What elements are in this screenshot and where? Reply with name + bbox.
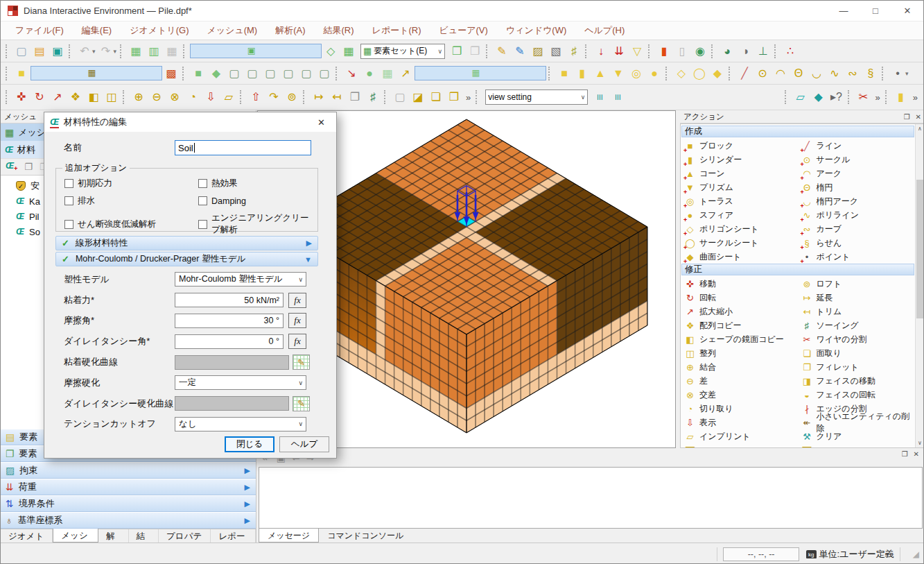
panel-float-icon[interactable]: ❐ [902, 450, 908, 458]
create-ellipse-button[interactable]: Θ [790, 65, 808, 83]
create-cone-button[interactable]: ▲ [591, 65, 609, 83]
view-sliders-button[interactable]: ≡ [591, 88, 609, 106]
add-material-button[interactable]: Œ [6, 162, 17, 172]
mesh-view-button[interactable]: ▦ [30, 66, 162, 80]
action-item-array-copy[interactable]: ❖配列コピー [681, 318, 798, 332]
align-button[interactable]: ◫ [103, 88, 121, 106]
shrink-elements-button[interactable]: ↘ [342, 65, 360, 83]
action-item-cylinder[interactable]: ▮シリンダー [681, 153, 798, 166]
toolbar-overflow-icon[interactable]: » [466, 92, 471, 103]
solid-white-button[interactable]: ▯ [673, 42, 691, 60]
menu-file[interactable]: ファイル(F) [6, 22, 73, 40]
edit-pile-button[interactable]: ▧ [547, 42, 565, 60]
action-item-sphere[interactable]: ●スフィア [681, 208, 798, 222]
scale-button[interactable]: ↗ [49, 88, 67, 106]
menu-geometry[interactable]: ジオメトリ(G) [121, 22, 198, 40]
action-item-line[interactable]: ╱ライン [798, 139, 915, 153]
sidebar-section-boundary-conditions[interactable]: ⇅境界条件▶ [1, 495, 256, 512]
expand-right-icon[interactable]: ▶ [306, 239, 312, 248]
array-copy-button[interactable]: ❖ [67, 88, 85, 106]
create-cylinder-button[interactable]: ▮ [573, 65, 591, 83]
action-item-block[interactable]: ■ブロック [681, 139, 798, 153]
combo-arrow-icon[interactable]: ∨ [437, 48, 442, 55]
menu-analysis[interactable]: 解析(A) [266, 22, 314, 40]
action-item-surface-sheet[interactable]: ◆曲面シート [681, 250, 798, 264]
scroll-up-icon[interactable]: ∧ [918, 124, 922, 133]
tab-command-console[interactable]: コマンドコンソール [319, 529, 412, 542]
sidebar-section-reference-coordinate-system[interactable]: ♁基準座標系▶ [1, 512, 256, 529]
tab-properties[interactable]: プロパティ [159, 529, 211, 542]
cylinder-tool-button[interactable]: ▮ [892, 88, 910, 106]
cohesion-input[interactable]: 50 kN/m² [175, 293, 284, 307]
collapse-down-icon[interactable]: ▼ [304, 255, 312, 264]
menu-results[interactable]: 結果(R) [315, 22, 363, 40]
action-item-subtract[interactable]: ⊖差 [681, 374, 798, 388]
create-polyline-button[interactable]: ∿ [826, 65, 844, 83]
tab-report[interactable]: レポート [211, 529, 256, 542]
element-shape-button[interactable]: ◆ [207, 65, 225, 83]
context-help-cursor-button[interactable]: ▸? [828, 88, 846, 106]
menu-viewer[interactable]: ビューア(V) [430, 22, 497, 40]
panel-close-icon[interactable]: ✕ [914, 450, 919, 458]
create-ellipse-arc-button[interactable]: ◡ [808, 65, 826, 83]
ground-support-button[interactable]: ⊥ [754, 42, 772, 60]
action-item-chamfer[interactable]: ❏面取り [798, 346, 915, 360]
expand-right-icon[interactable]: ▶ [245, 483, 250, 492]
help-button[interactable]: ヘルプ [279, 436, 329, 452]
save-project-button[interactable]: ▣ [49, 42, 67, 60]
trim-button[interactable]: ↤ [328, 88, 346, 106]
wireframe-2-button[interactable]: ▢ [243, 65, 261, 83]
expand-right-icon[interactable]: ▶ [245, 499, 250, 509]
friction-hardening-select[interactable]: 一定∨ [175, 375, 306, 390]
thermal-effects-checkbox[interactable] [198, 179, 207, 188]
tab-analysis[interactable]: 解析 [98, 529, 128, 542]
create-circle-button[interactable]: ⊙ [753, 65, 772, 83]
add-sheet-button[interactable]: ▦ [127, 42, 145, 60]
checkbox-shear-strength-reduction[interactable]: せん断強度低減解析 [64, 212, 198, 236]
edit-wall-button[interactable]: ▨ [529, 42, 547, 60]
scroll-down-icon[interactable]: ∨ [918, 438, 922, 447]
friction-angle-formula-button[interactable]: fx [288, 313, 306, 328]
action-item-sewing[interactable]: ♯ソーイング [798, 318, 915, 332]
dilatancy-angle-input[interactable]: 0 ° [175, 334, 284, 349]
cohesion-hardening-curve-edit-table-button[interactable]: ✎ [293, 354, 310, 370]
copy-material-button[interactable]: ❐ [24, 162, 33, 172]
analysis-circle-button[interactable]: ◕ [718, 42, 736, 60]
checkbox-drainage[interactable]: 排水 [64, 195, 198, 207]
action-item-trim[interactable]: ↤トリム [798, 305, 915, 318]
toolbar-overflow-icon[interactable]: » [913, 92, 918, 103]
resize-grip-icon[interactable]: ◢ [913, 549, 919, 559]
solid-view-button[interactable]: ■ [12, 65, 30, 83]
create-arc-button[interactable]: ◠ [772, 65, 790, 83]
dialog-close-icon[interactable]: ✕ [312, 116, 331, 129]
create-helix-button[interactable]: § [862, 65, 880, 83]
action-item-polyline[interactable]: ∿ポリライン [798, 208, 915, 222]
combo-arrow-icon[interactable]: ∨ [581, 94, 586, 101]
checkbox-thermal-effects[interactable]: 熱効果 [198, 178, 313, 189]
action-item-face-move[interactable]: ◨フェイスの移動 [798, 374, 915, 388]
initial-stress-checkbox[interactable] [64, 179, 73, 188]
action-item-arc[interactable]: ◠アーク [798, 166, 915, 180]
copy-disabled-button[interactable]: ❐ [466, 42, 484, 60]
create-polygon-sheet-button[interactable]: ◇ [672, 65, 690, 83]
edit-ladder-button[interactable]: ♯ [565, 42, 583, 60]
action-item-fillet[interactable]: ❐フィレット [798, 360, 915, 374]
unite-button[interactable]: ⊕ [130, 88, 148, 106]
distributed-load-button[interactable]: ⇊ [610, 42, 628, 60]
section-mohr-coulomb[interactable]: ✓ Mohr-Coulomb / Drucker-Prager 塑性モデル ▼ [55, 252, 318, 266]
select-arrow-icon[interactable]: ∨ [298, 276, 303, 283]
action-item-clear[interactable]: ⚒クリア [798, 429, 915, 443]
action-item-torus[interactable]: ◎トーラス [681, 194, 798, 208]
attach-ring-button[interactable]: ◉ [691, 42, 709, 60]
chamfer-button[interactable]: ❏ [427, 88, 445, 106]
action-item-helix[interactable]: §らせん [798, 236, 915, 250]
close-dialog-button[interactable]: 閉じる [225, 436, 274, 452]
map-pin-button[interactable]: ◆ [810, 88, 828, 106]
action-item-move[interactable]: ✜移動 [681, 277, 798, 291]
expand-right-icon[interactable]: ▶ [245, 516, 250, 525]
dropdown-caret-icon[interactable]: ▾ [114, 48, 117, 55]
sheet-disabled-button[interactable]: ▦ [163, 42, 181, 60]
mesh-sheet-button[interactable]: ▦ [378, 65, 396, 83]
subtract-button[interactable]: ⊖ [148, 88, 166, 106]
action-item-ellipse-arc[interactable]: ◡楕円アーク [798, 194, 915, 208]
